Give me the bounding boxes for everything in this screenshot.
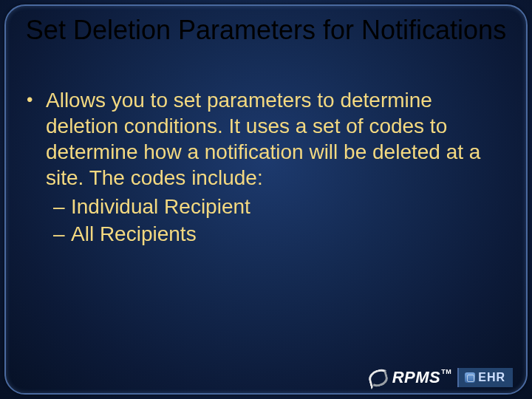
slide: Set Deletion Parameters for Notification… <box>0 0 532 399</box>
ehr-icon <box>465 372 475 383</box>
ehr-badge: EHR <box>457 368 513 387</box>
dash-marker: – <box>53 221 71 247</box>
sub-item: – All Recipients <box>53 221 497 247</box>
sub-item: – Individual Recipient <box>53 194 497 219</box>
trademark: TM <box>441 368 451 375</box>
rpms-logo: RPMSTM <box>367 366 452 389</box>
ehr-label: EHR <box>478 371 505 384</box>
slide-body: • Allows you to set parameters to determ… <box>27 87 497 248</box>
sub-item-text: Individual Recipient <box>71 194 250 219</box>
rpms-label: RPMS <box>392 368 441 386</box>
rpms-swoosh-icon <box>367 366 389 389</box>
bullet-marker: • <box>27 87 46 111</box>
bullet-text: Allows you to set parameters to determin… <box>46 87 497 191</box>
dash-marker: – <box>53 194 71 219</box>
logo-area: RPMSTM EHR <box>367 366 513 389</box>
slide-title: Set Deletion Parameters for Notification… <box>0 15 532 45</box>
sub-list: – Individual Recipient – All Recipients <box>53 194 497 247</box>
sub-item-text: All Recipients <box>71 221 197 247</box>
bullet-item: • Allows you to set parameters to determ… <box>27 87 497 191</box>
rpms-text: RPMSTM <box>392 368 452 387</box>
